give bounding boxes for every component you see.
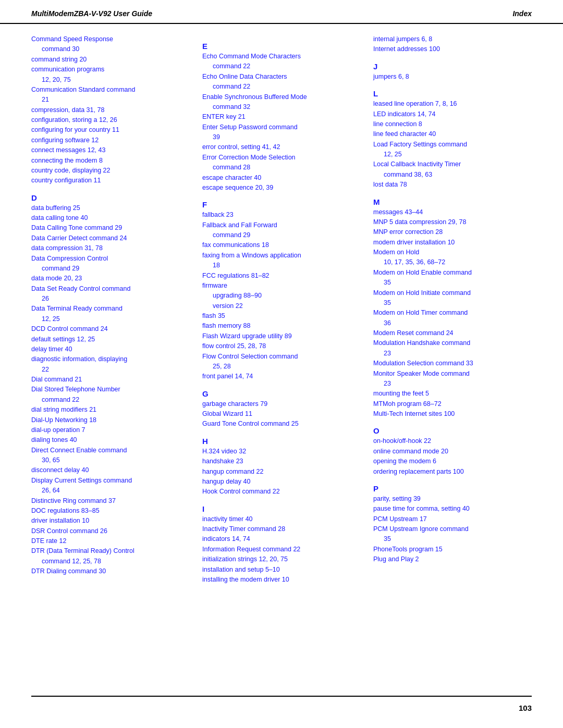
- index-subentry: 35: [373, 534, 532, 544]
- index-subentry: 22: [31, 365, 190, 375]
- index-entry: PhoneTools program 15: [373, 545, 532, 554]
- index-subentry: upgrading 88–90: [202, 291, 361, 301]
- index-entry: DTR Dialing command 30: [31, 566, 190, 576]
- index-subentry: command 22: [202, 61, 361, 71]
- index-entry: default settings 12, 25: [31, 335, 190, 344]
- index-entry: H.324 video 32: [202, 447, 361, 456]
- index-subentry: 30, 65: [31, 455, 190, 465]
- index-column-3: internal jumpers 6, 8Internet addresses …: [373, 34, 532, 585]
- index-entry: Direct Connect Enable command: [31, 446, 190, 455]
- index-subentry: 21: [31, 95, 190, 105]
- index-entry: compression, data 31, 78: [31, 105, 190, 115]
- index-entry: Global Wizard 11: [202, 409, 361, 419]
- index-entry: Error Correction Mode Selection: [202, 153, 361, 163]
- index-entry: Data Terminal Ready command: [31, 304, 190, 314]
- index-entry: Internet addresses 100: [373, 44, 532, 54]
- index-entry: MNP 5 data compression 29, 78: [373, 217, 532, 227]
- section-letter: J: [373, 62, 532, 71]
- index-entry: country code, displaying 22: [31, 166, 190, 176]
- index-entry: Dial Stored Telephone Number: [31, 385, 190, 394]
- index-entry: mounting the feet 5: [373, 389, 532, 399]
- index-entry: line connection 8: [373, 119, 532, 129]
- index-entry: Command Speed Response: [31, 34, 190, 44]
- index-entry: Echo Command Mode Characters: [202, 52, 361, 61]
- index-entry: messages 43–44: [373, 207, 532, 217]
- index-entry: configuring for your country 11: [31, 125, 190, 135]
- index-entry: Data Set Ready Control command: [31, 284, 190, 294]
- index-entry: Modulation Handshake command: [373, 338, 532, 348]
- index-entry: Information Request command 22: [202, 545, 361, 554]
- index-entry: Data Compression Control: [31, 254, 190, 264]
- index-entry: dial string modifiers 21: [31, 405, 190, 415]
- index-entry: command string 20: [31, 55, 190, 65]
- index-entry: Data Calling Tone command 29: [31, 223, 190, 233]
- index-subentry: command 28: [202, 163, 361, 172]
- index-entry: garbage characters 79: [202, 399, 361, 409]
- section-letter: O: [373, 426, 532, 435]
- index-subentry: 12, 25: [31, 314, 190, 324]
- index-entry: DSR Control command 26: [31, 526, 190, 536]
- index-entry: Modulation Selection command 33: [373, 359, 532, 368]
- index-subentry: command 22: [31, 395, 190, 405]
- index-entry: firmware: [202, 281, 361, 291]
- index-entry: dialing tones 40: [31, 435, 190, 445]
- index-entry: country configuration 11: [31, 176, 190, 186]
- index-entry: indicators 14, 74: [202, 534, 361, 544]
- index-subentry: 18: [202, 261, 361, 270]
- section-letter: H: [202, 437, 361, 446]
- header-title: MultiModemZBA-V-V92 User Guide: [31, 9, 152, 18]
- index-entry: communication programs: [31, 65, 190, 75]
- index-entry: Fallback and Fall Forward: [202, 220, 361, 230]
- index-entry: configuring software 12: [31, 135, 190, 145]
- index-entry: initialization strings 12, 20, 75: [202, 554, 361, 564]
- index-entry: line feed character 40: [373, 129, 532, 139]
- index-entry: ordering replacement parts 100: [373, 467, 532, 477]
- index-entry: Modem on Hold: [373, 248, 532, 257]
- section-letter: M: [373, 198, 532, 206]
- index-entry: data mode 20, 23: [31, 274, 190, 283]
- index-entry: leased line operation 7, 8, 16: [373, 99, 532, 109]
- index-entry: data compression 31, 78: [31, 243, 190, 253]
- page-number: 103: [519, 704, 532, 712]
- index-entry: front panel 14, 74: [202, 372, 361, 381]
- index-entry: Enter Setup Password command: [202, 122, 361, 132]
- index-entry: Display Current Settings command: [31, 476, 190, 486]
- index-entry: dial-up operation 7: [31, 425, 190, 435]
- index-entry: Hook Control command 22: [202, 487, 361, 497]
- index-entry: Communication Standard command: [31, 85, 190, 95]
- index-subentry: command 29: [202, 230, 361, 240]
- index-entry: Distinctive Ring command 37: [31, 496, 190, 506]
- index-subentry: 10, 17, 35, 36, 68–72: [373, 257, 532, 267]
- index-entry: Local Callback Inactivity Timer: [373, 159, 532, 169]
- index-entry: DTR (Data Terminal Ready) Control: [31, 546, 190, 556]
- index-entry: online command mode 20: [373, 447, 532, 456]
- index-subentry: command 30: [31, 44, 190, 54]
- index-subentry: 23: [373, 379, 532, 389]
- footer-rule: [31, 696, 532, 697]
- index-entry: DTE rate 12: [31, 536, 190, 546]
- index-entry: Monitor Speaker Mode command: [373, 369, 532, 379]
- page-header: MultiModemZBA-V-V92 User Guide Index: [0, 0, 563, 24]
- index-column-1: Command Speed Responsecommand 30command …: [31, 34, 190, 585]
- index-subentry: version 22: [202, 301, 361, 311]
- index-entry: Echo Online Data Characters: [202, 72, 361, 82]
- index-entry: lost data 78: [373, 180, 532, 190]
- page: MultiModemZBA-V-V92 User Guide Index Com…: [0, 0, 563, 728]
- index-entry: hangup command 22: [202, 467, 361, 477]
- index-entry: flash 35: [202, 311, 361, 321]
- index-entry: opening the modem 6: [373, 456, 532, 466]
- index-entry: Flash Wizard upgrade utility 89: [202, 331, 361, 341]
- index-column-2: EEcho Command Mode Characterscommand 22E…: [202, 34, 361, 585]
- index-entry: error control, setting 41, 42: [202, 142, 361, 152]
- index-entry: internal jumpers 6, 8: [373, 34, 532, 44]
- index-entry: on-hook/off-hook 22: [373, 436, 532, 446]
- index-entry: Modem Reset command 24: [373, 328, 532, 338]
- index-entry: fax communications 18: [202, 240, 361, 250]
- index-entry: Modem on Hold Enable command: [373, 268, 532, 278]
- index-entry: data buffering 25: [31, 203, 190, 213]
- section-letter: D: [31, 193, 190, 202]
- index-entry: Enable Synchronous Buffered Mode: [202, 92, 361, 102]
- index-entry: configuration, storing a 12, 26: [31, 115, 190, 125]
- index-subentry: command 38, 63: [373, 170, 532, 180]
- index-entry: faxing from a Windows application: [202, 251, 361, 261]
